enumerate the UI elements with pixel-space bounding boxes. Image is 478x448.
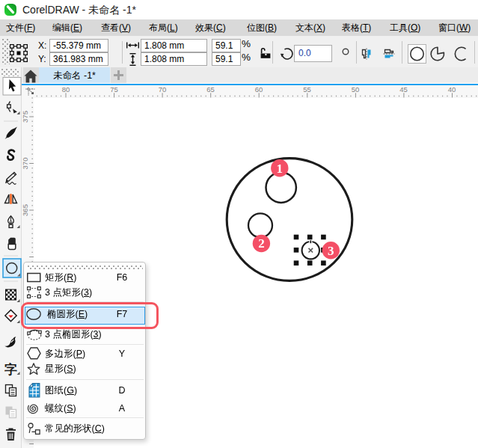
svg-text:75: 75 — [110, 85, 118, 93]
svg-text:60: 60 — [255, 85, 263, 93]
svg-text:375: 375 — [22, 111, 29, 123]
svg-text:65: 65 — [206, 85, 215, 93]
svg-text:365: 365 — [22, 204, 29, 216]
svg-text:50: 50 — [352, 85, 360, 93]
svg-text:80: 80 — [62, 85, 70, 93]
svg-text:45: 45 — [399, 85, 408, 93]
svg-text:1: 1 — [277, 162, 284, 176]
svg-text:3: 3 — [328, 244, 334, 258]
svg-text:70: 70 — [159, 85, 167, 93]
svg-text:字: 字 — [4, 362, 17, 377]
svg-text:55: 55 — [303, 85, 311, 93]
svg-text:370: 370 — [22, 158, 29, 170]
svg-text:2: 2 — [258, 236, 265, 251]
svg-text:40: 40 — [448, 85, 456, 93]
